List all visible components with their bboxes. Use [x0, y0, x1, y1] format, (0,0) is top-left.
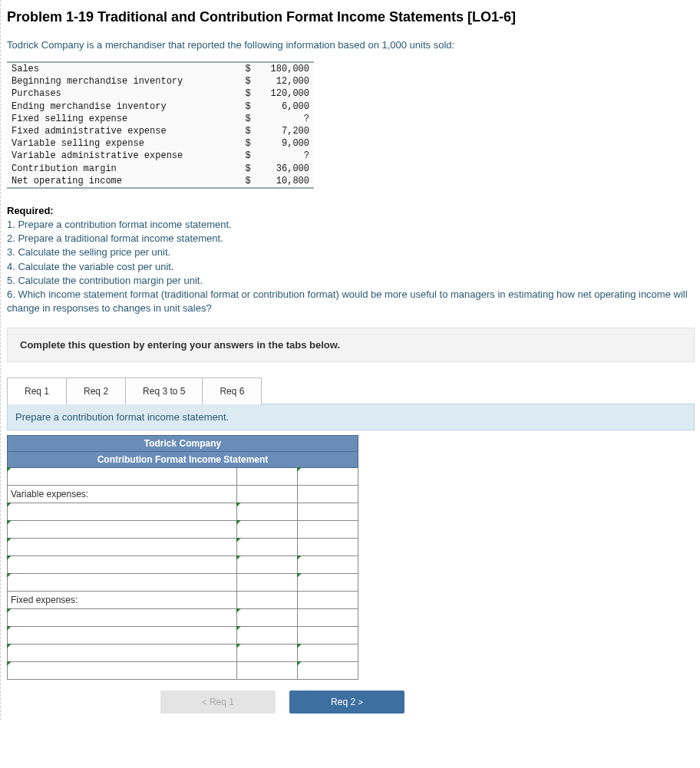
input-cell[interactable]: [298, 468, 358, 486]
input-cell[interactable]: [298, 627, 358, 644]
currency-symbol: $: [228, 175, 256, 187]
required-heading: Required:: [7, 205, 54, 216]
input-cell[interactable]: [8, 521, 237, 539]
currency-symbol: $: [228, 75, 256, 87]
given-label: Fixed selling expense: [7, 113, 228, 125]
tab-req-1[interactable]: Req 1: [7, 377, 67, 404]
input-cell[interactable]: [237, 468, 298, 486]
input-cell[interactable]: [237, 662, 298, 680]
tab-req-6[interactable]: Req 6: [202, 377, 262, 404]
input-cell[interactable]: [8, 609, 237, 627]
input-cell[interactable]: [237, 503, 298, 521]
given-label: Variable administrative expense: [7, 150, 228, 162]
input-cell[interactable]: [8, 662, 237, 680]
label-variable-expenses: Variable expenses:: [8, 486, 237, 503]
given-value: ?: [256, 150, 314, 162]
input-cell[interactable]: [298, 521, 358, 539]
given-label: Contribution margin: [7, 163, 228, 175]
given-label: Fixed administrative expense: [7, 125, 228, 137]
required-item: 3. Calculate the selling price per unit.: [7, 246, 170, 258]
given-value: 120,000: [256, 87, 314, 100]
given-value: 180,000: [256, 63, 314, 75]
tab-req-3-5[interactable]: Req 3 to 5: [125, 377, 203, 404]
input-cell[interactable]: [298, 662, 358, 680]
input-cell[interactable]: [8, 644, 237, 662]
given-value: 12,000: [256, 75, 314, 87]
input-cell[interactable]: [237, 644, 298, 662]
answer-header-statement: Contribution Format Income Statement: [8, 452, 358, 468]
chevron-right-icon: >: [358, 697, 362, 707]
input-cell[interactable]: [237, 592, 298, 609]
intro-text: Todrick Company is a merchandiser that r…: [7, 39, 695, 51]
currency-symbol: $: [228, 150, 256, 162]
input-cell[interactable]: [237, 574, 298, 592]
input-cell[interactable]: [8, 539, 237, 556]
required-item: 5. Calculate the contribution margin per…: [7, 275, 203, 286]
input-cell[interactable]: [8, 627, 237, 644]
next-button-label: Req 2: [331, 697, 355, 707]
input-cell[interactable]: [8, 503, 237, 521]
required-item: 2. Prepare a traditional format income s…: [7, 232, 223, 244]
nav-buttons: < Req 1 Req 2 >: [160, 691, 695, 714]
currency-symbol: $: [228, 137, 256, 150]
input-cell[interactable]: [298, 556, 358, 574]
prev-button-label: Req 1: [210, 697, 234, 707]
currency-symbol: $: [228, 113, 256, 125]
prev-button[interactable]: < Req 1: [160, 691, 276, 714]
given-label: Variable selling expense: [7, 137, 228, 150]
instruction-box: Complete this question by entering your …: [7, 328, 695, 362]
input-cell[interactable]: [298, 539, 358, 556]
input-cell[interactable]: [237, 539, 298, 556]
input-cell[interactable]: [237, 556, 298, 574]
tab-prompt: Prepare a contribution format income sta…: [7, 404, 695, 430]
input-cell[interactable]: [298, 486, 358, 503]
input-cell[interactable]: [8, 468, 237, 486]
tab-req-2[interactable]: Req 2: [66, 377, 126, 404]
input-cell[interactable]: [237, 627, 298, 644]
given-data-block: Sales$180,000Beginning merchandise inven…: [7, 61, 314, 189]
given-value: 10,800: [256, 175, 314, 187]
currency-symbol: $: [228, 125, 256, 137]
given-label: Beginning merchandise inventory: [7, 75, 228, 87]
answer-table: Todrick Company Contribution Format Inco…: [7, 435, 358, 680]
given-data-table: Sales$180,000Beginning merchandise inven…: [7, 63, 314, 187]
input-cell[interactable]: [8, 574, 237, 592]
required-item: 1. Prepare a contribution format income …: [7, 219, 232, 230]
label-fixed-expenses: Fixed expenses:: [8, 592, 237, 609]
currency-symbol: $: [228, 63, 256, 75]
input-cell[interactable]: [298, 503, 358, 521]
required-section: Required: 1. Prepare a contribution form…: [7, 204, 695, 316]
input-cell[interactable]: [298, 574, 358, 592]
input-cell[interactable]: [298, 609, 358, 627]
input-cell[interactable]: [8, 556, 237, 574]
next-button[interactable]: Req 2 >: [289, 691, 404, 714]
currency-symbol: $: [228, 87, 256, 100]
chevron-left-icon: <: [202, 697, 206, 707]
given-value: 9,000: [256, 137, 314, 150]
given-label: Sales: [7, 63, 228, 75]
tab-bar: Req 1 Req 2 Req 3 to 5 Req 6: [7, 377, 695, 404]
given-label: Purchases: [7, 87, 228, 100]
problem-title: Problem 1-19 Traditional and Contributio…: [7, 9, 695, 25]
given-label: Ending merchandise inventory: [7, 101, 228, 113]
given-label: Net operating income: [7, 175, 228, 187]
currency-symbol: $: [228, 163, 256, 175]
input-cell[interactable]: [298, 644, 358, 662]
given-value: ?: [256, 113, 314, 125]
answer-header-company: Todrick Company: [8, 436, 358, 452]
currency-symbol: $: [228, 101, 256, 113]
required-item: 4. Calculate the variable cost per unit.: [7, 261, 174, 272]
given-value: 6,000: [256, 101, 314, 113]
input-cell[interactable]: [237, 609, 298, 627]
given-value: 7,200: [256, 125, 314, 137]
given-value: 36,000: [256, 163, 314, 175]
input-cell[interactable]: [298, 592, 358, 609]
input-cell[interactable]: [237, 486, 298, 503]
required-item: 6. Which income statement format (tradit…: [7, 288, 688, 314]
input-cell[interactable]: [237, 521, 298, 539]
